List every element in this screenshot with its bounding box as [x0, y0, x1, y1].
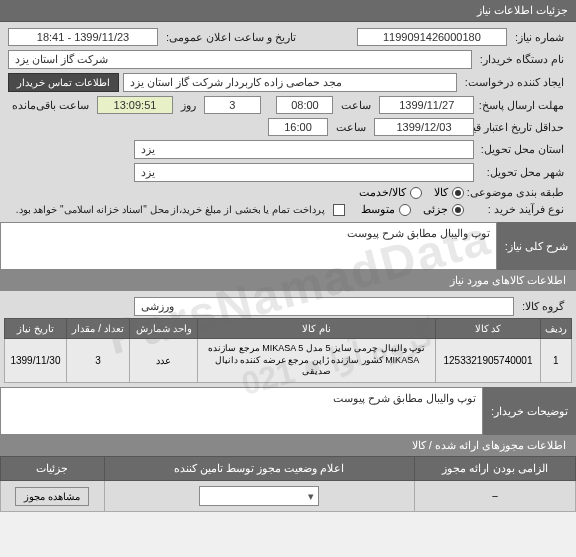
- col-date: تاریخ نیاز: [5, 319, 67, 339]
- radio-service-label: کالا/خدمت: [359, 186, 406, 199]
- cell-details: مشاهده مجوز: [1, 481, 105, 512]
- field-valid-date: 1399/12/03: [374, 118, 474, 136]
- col-row: ردیف: [540, 319, 571, 339]
- col-code: کد کالا: [436, 319, 540, 339]
- section-header-items: اطلاعات کالاهای مورد نیاز: [0, 270, 576, 291]
- cell-date: 1399/11/30: [5, 339, 67, 383]
- radio-goods[interactable]: کالا: [434, 186, 464, 199]
- items-table: ردیف کد کالا نام کالا واحد شمارش تعداد /…: [4, 318, 572, 383]
- radio-medium-label: متوسط: [361, 203, 395, 216]
- radio-circle-icon: [452, 187, 464, 199]
- label-item-group: گروه کالا:: [518, 300, 568, 313]
- col-status: اعلام وضعیت مجوز توسط تامین کننده: [104, 457, 415, 481]
- col-qty: تعداد / مقدار: [66, 319, 129, 339]
- section-header-permits: اطلاعات مجوزهای ارائه شده / کالا: [0, 435, 576, 456]
- radio-circle-icon: [410, 187, 422, 199]
- col-details: جزئیات: [1, 457, 105, 481]
- table-row: − مشاهده مجوز: [1, 481, 576, 512]
- label-province: استان محل تحویل:: [478, 143, 568, 156]
- radio-circle-icon: [399, 204, 411, 216]
- field-reply-time: 08:00: [276, 96, 333, 114]
- cell-name: توپ والیبال چرمی سایز 5 مدل MIKASA 5 مرج…: [198, 339, 436, 383]
- label-announce-date: تاریخ و ساعت اعلان عمومی:: [162, 31, 300, 44]
- cell-idx: 1: [540, 339, 571, 383]
- label-need-no: شماره نیاز:: [511, 31, 568, 44]
- section-header-need-info: جزئیات اطلاعات نیاز: [0, 0, 576, 22]
- cell-unit: عدد: [130, 339, 198, 383]
- radio-goods-label: کالا: [434, 186, 448, 199]
- label-remaining: ساعت باقی‌مانده: [8, 99, 93, 112]
- label-hour-1: ساعت: [337, 99, 375, 112]
- radio-circle-icon: [452, 204, 464, 216]
- col-name: نام کالا: [198, 319, 436, 339]
- field-creator: مجد حماصی زاده کاربردار شرکت گاز استان ی…: [123, 73, 457, 92]
- label-valid-date: حداقل تاریخ اعتبار قیمت: تا تاریخ:: [478, 121, 568, 134]
- radio-minor-label: جزئی: [423, 203, 448, 216]
- cell-qty: 3: [66, 339, 129, 383]
- field-buyer-org: شرکت گاز استان یزد: [8, 50, 472, 69]
- label-creator: ایجاد کننده درخواست:: [461, 76, 568, 89]
- buyer-contact-button[interactable]: اطلاعات تماس خریدار: [8, 73, 119, 92]
- label-reply-deadline: مهلت ارسال پاسخ:: [478, 99, 568, 112]
- field-item-group: ورزشی: [134, 297, 514, 316]
- col-mandatory: الزامی بودن ارائه مجوز: [415, 457, 576, 481]
- label-general-desc: شرح کلی نیاز:: [497, 222, 576, 270]
- radio-service[interactable]: کالا/خدمت: [359, 186, 422, 199]
- status-select[interactable]: [199, 486, 319, 506]
- col-unit: واحد شمارش: [130, 319, 198, 339]
- field-countdown: 13:09:51: [97, 96, 173, 114]
- field-buyer-notes: توپ والیبال مطابق شرح پیوست: [0, 387, 483, 435]
- field-province: یزد: [134, 140, 474, 159]
- field-valid-time: 16:00: [268, 118, 328, 136]
- checkbox-treasury[interactable]: [333, 204, 345, 216]
- label-buyer-org: نام دستگاه خریدار:: [476, 53, 568, 66]
- cell-status: [104, 481, 415, 512]
- field-reply-date: 1399/11/27: [379, 96, 474, 114]
- label-purchase-type: نوع فرآیند خرید :: [468, 203, 568, 216]
- radio-medium[interactable]: متوسط: [361, 203, 411, 216]
- cell-code: 1253321905740001: [436, 339, 540, 383]
- table-row: 1 1253321905740001 توپ والیبال چرمی سایز…: [5, 339, 572, 383]
- field-need-no: 1199091426000180: [357, 28, 507, 46]
- label-category: طبقه بندی موضوعی:: [468, 186, 568, 199]
- field-announce-date: 1399/11/23 - 18:41: [8, 28, 158, 46]
- label-pay-note: پرداخت تمام یا بخشی از مبلغ خرید،از محل …: [12, 204, 329, 215]
- label-buyer-notes: توضیحات خریدار:: [483, 387, 576, 435]
- view-permit-button[interactable]: مشاهده مجوز: [15, 487, 89, 506]
- field-general-desc: توپ والیبال مطابق شرح پیوست: [0, 222, 497, 270]
- cell-mandatory: −: [415, 481, 576, 512]
- field-days-left: 3: [204, 96, 261, 114]
- permits-table: الزامی بودن ارائه مجوز اعلام وضعیت مجوز …: [0, 456, 576, 512]
- label-day: روز: [177, 99, 200, 112]
- radio-minor[interactable]: جزئی: [423, 203, 464, 216]
- label-hour-2: ساعت: [332, 121, 370, 134]
- field-city: یزد: [134, 163, 474, 182]
- label-city: شهر محل تحویل:: [478, 166, 568, 179]
